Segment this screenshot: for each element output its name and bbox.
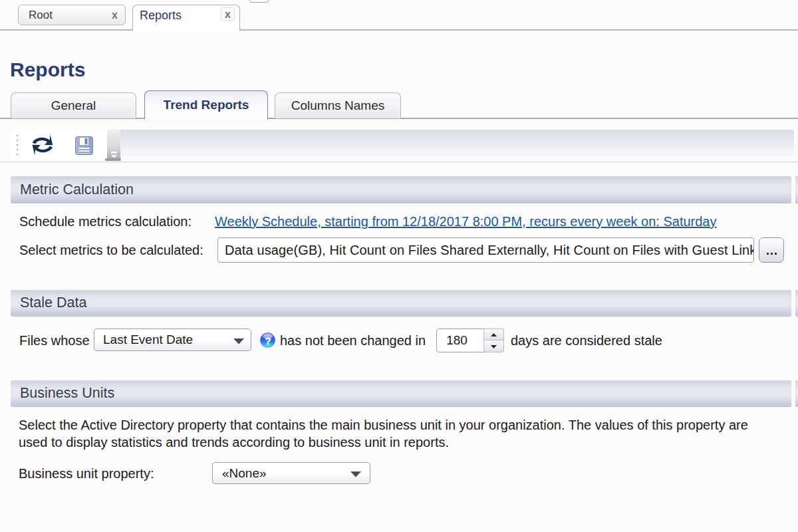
svg-text:?: ? — [265, 335, 271, 346]
